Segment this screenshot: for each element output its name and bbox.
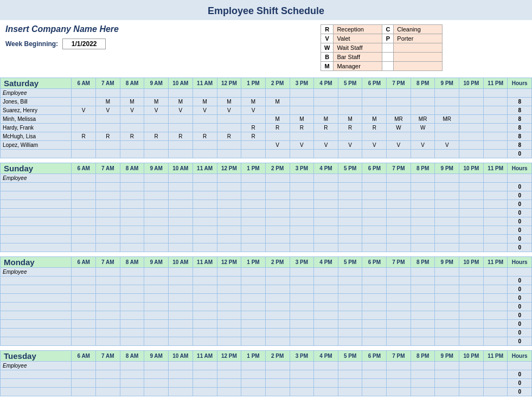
shift-cell[interactable]: [241, 150, 266, 158]
company-name[interactable]: Insert Company Name Here: [5, 24, 315, 34]
shift-cell[interactable]: [193, 285, 217, 294]
shift-cell[interactable]: [72, 285, 96, 294]
shift-cell[interactable]: [120, 115, 144, 124]
shift-cell[interactable]: [459, 226, 484, 235]
shift-cell[interactable]: [217, 209, 241, 217]
shift-cell[interactable]: M: [217, 98, 241, 106]
shift-cell[interactable]: [241, 243, 266, 252]
shift-cell[interactable]: [483, 294, 508, 303]
shift-cell[interactable]: [362, 235, 387, 243]
shift-cell[interactable]: [193, 379, 217, 388]
shift-cell[interactable]: M: [168, 98, 193, 106]
shift-cell[interactable]: [338, 285, 362, 294]
shift-cell[interactable]: [265, 191, 290, 200]
shift-cell[interactable]: [144, 217, 169, 226]
shift-cell[interactable]: [459, 217, 484, 226]
shift-cell[interactable]: M: [144, 98, 169, 106]
shift-cell[interactable]: [144, 303, 169, 311]
shift-cell[interactable]: [362, 191, 387, 200]
shift-cell[interactable]: [241, 379, 266, 388]
shift-cell[interactable]: [120, 209, 144, 217]
shift-cell[interactable]: [144, 141, 169, 150]
shift-cell[interactable]: [435, 294, 459, 303]
shift-cell[interactable]: [72, 217, 96, 226]
shift-cell[interactable]: [459, 200, 484, 209]
shift-cell[interactable]: [483, 235, 508, 243]
shift-cell[interactable]: V: [72, 106, 96, 115]
shift-cell[interactable]: [483, 226, 508, 235]
shift-cell[interactable]: [435, 388, 459, 396]
shift-cell[interactable]: [362, 337, 387, 346]
shift-cell[interactable]: [193, 303, 217, 311]
shift-cell[interactable]: [314, 320, 338, 329]
shift-cell[interactable]: [96, 294, 120, 303]
shift-cell[interactable]: [435, 285, 459, 294]
shift-cell[interactable]: [96, 124, 120, 132]
shift-cell[interactable]: [411, 217, 435, 226]
shift-cell[interactable]: [217, 303, 241, 311]
shift-cell[interactable]: [72, 370, 96, 379]
shift-cell[interactable]: [241, 200, 266, 209]
shift-cell[interactable]: [72, 379, 96, 388]
shift-cell[interactable]: [120, 183, 144, 191]
shift-cell[interactable]: [362, 379, 387, 388]
shift-cell[interactable]: [217, 379, 241, 388]
shift-cell[interactable]: [314, 132, 338, 141]
shift-cell[interactable]: [168, 277, 193, 285]
shift-cell[interactable]: [387, 388, 411, 396]
shift-cell[interactable]: [314, 388, 338, 396]
shift-cell[interactable]: [265, 235, 290, 243]
shift-cell[interactable]: [217, 294, 241, 303]
shift-cell[interactable]: [168, 235, 193, 243]
shift-cell[interactable]: [362, 217, 387, 226]
shift-cell[interactable]: [338, 235, 362, 243]
shift-cell[interactable]: [387, 150, 411, 158]
shift-cell[interactable]: [459, 124, 484, 132]
shift-cell[interactable]: [144, 294, 169, 303]
shift-cell[interactable]: [193, 115, 217, 124]
shift-cell[interactable]: [338, 388, 362, 396]
shift-cell[interactable]: [241, 183, 266, 191]
shift-cell[interactable]: [483, 124, 508, 132]
shift-cell[interactable]: [411, 191, 435, 200]
shift-cell[interactable]: [387, 191, 411, 200]
shift-cell[interactable]: [435, 217, 459, 226]
shift-cell[interactable]: [120, 277, 144, 285]
shift-cell[interactable]: [483, 115, 508, 124]
shift-cell[interactable]: [72, 277, 96, 285]
shift-cell[interactable]: [120, 217, 144, 226]
shift-cell[interactable]: [290, 209, 314, 217]
shift-cell[interactable]: R: [265, 124, 290, 132]
shift-cell[interactable]: [217, 150, 241, 158]
shift-cell[interactable]: [193, 329, 217, 337]
shift-cell[interactable]: [168, 285, 193, 294]
shift-cell[interactable]: M: [362, 115, 387, 124]
shift-cell[interactable]: [217, 370, 241, 379]
shift-cell[interactable]: [72, 320, 96, 329]
shift-cell[interactable]: [120, 337, 144, 346]
shift-cell[interactable]: [144, 115, 169, 124]
shift-cell[interactable]: [290, 235, 314, 243]
shift-cell[interactable]: [435, 243, 459, 252]
shift-cell[interactable]: [241, 191, 266, 200]
shift-cell[interactable]: [387, 379, 411, 388]
shift-cell[interactable]: [362, 303, 387, 311]
shift-cell[interactable]: [435, 209, 459, 217]
shift-cell[interactable]: [265, 226, 290, 235]
shift-cell[interactable]: [314, 277, 338, 285]
shift-cell[interactable]: [265, 294, 290, 303]
shift-cell[interactable]: [96, 285, 120, 294]
shift-cell[interactable]: [314, 98, 338, 106]
shift-cell[interactable]: [483, 132, 508, 141]
shift-cell[interactable]: [314, 150, 338, 158]
shift-cell[interactable]: [144, 388, 169, 396]
shift-cell[interactable]: [241, 226, 266, 235]
shift-cell[interactable]: [435, 106, 459, 115]
shift-cell[interactable]: [96, 311, 120, 320]
shift-cell[interactable]: [265, 209, 290, 217]
shift-cell[interactable]: [483, 285, 508, 294]
shift-cell[interactable]: [435, 379, 459, 388]
shift-cell[interactable]: [290, 226, 314, 235]
shift-cell[interactable]: [217, 243, 241, 252]
shift-cell[interactable]: [362, 370, 387, 379]
